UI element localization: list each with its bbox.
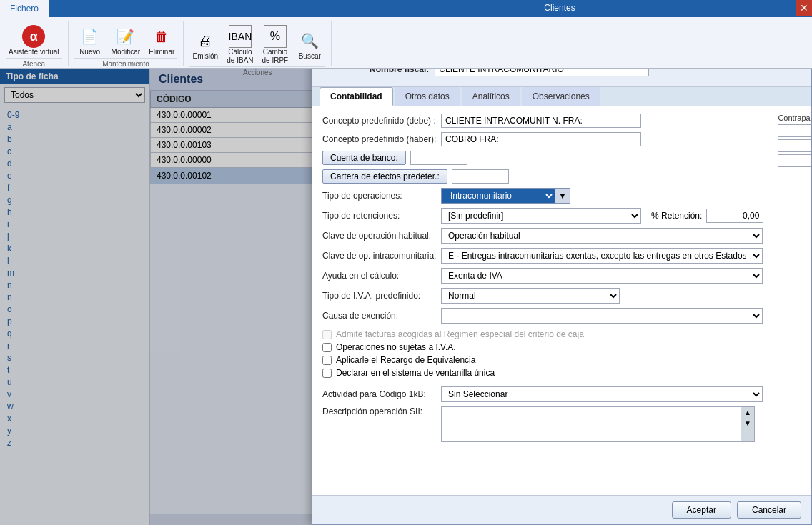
causa-exencion-label: Causa de exención: bbox=[322, 311, 437, 321]
cambio-irpf-button[interactable]: % Cambiode IRPF bbox=[259, 24, 292, 66]
contrapartida-row-3: ... ... bbox=[778, 154, 811, 167]
ayuda-calculo-select[interactable]: Exenta de IVA bbox=[441, 268, 763, 284]
declarar-ventanilla-checkbox[interactable] bbox=[322, 369, 332, 378]
clave-op-intra-label: Clave de op. intracomunitaria: bbox=[322, 251, 437, 261]
cuenta-banco-input[interactable] bbox=[410, 151, 467, 165]
contrapartida-row-1: ... ... bbox=[778, 124, 811, 137]
contrapartida-row-2: ... ... bbox=[778, 139, 811, 152]
buscar-button[interactable]: 🔍 Buscar bbox=[294, 28, 325, 62]
descripcion-sii-textarea[interactable] bbox=[441, 406, 741, 442]
tab-analiticos[interactable]: Analíticos bbox=[462, 87, 520, 106]
modal-footer: Aceptar Cancelar bbox=[312, 495, 811, 524]
modificar-button[interactable]: 📝 Modificar bbox=[109, 24, 144, 58]
contrapartidas-grid: ... ... ... ... ... ... bbox=[778, 124, 811, 167]
tab-content-contabilidad: Concepto predefinido (debe) : Concepto p… bbox=[312, 106, 811, 495]
contrapartida-input-1[interactable] bbox=[778, 124, 811, 137]
textarea-scroll-down[interactable]: ▼ bbox=[741, 418, 754, 429]
cambio-irpf-icon: % bbox=[264, 25, 287, 48]
tipo-operaciones-arrow[interactable]: ▼ bbox=[555, 188, 570, 204]
close-button[interactable]: ✕ bbox=[796, 0, 812, 16]
tipo-operaciones-select[interactable]: Intracomunitario bbox=[441, 188, 555, 204]
tab-fichero[interactable]: Fichero bbox=[0, 0, 49, 17]
aplicarle-recargo-label: Aplicarle el Recargo de Equivalencia bbox=[336, 355, 475, 365]
clave-operacion-select[interactable]: Operación habitual bbox=[441, 228, 763, 244]
ayuda-calculo-label: Ayuda en el cálculo: bbox=[322, 271, 437, 281]
actividad-1kb-label: Actividad para Código 1kB: bbox=[322, 389, 437, 399]
concepto-haber-input[interactable] bbox=[441, 132, 641, 146]
tipo-retenciones-label: Tipo de retenciones: bbox=[322, 211, 437, 221]
eliminar-button[interactable]: 🗑 Eliminar bbox=[146, 24, 177, 58]
tipo-iva-label: Tipo de I.V.A. predefinido: bbox=[322, 291, 437, 301]
cancel-button[interactable]: Cancelar bbox=[737, 501, 801, 519]
emision-icon: 🖨 bbox=[194, 29, 217, 52]
cartera-efectos-button[interactable]: Cartera de efectos predeter.: bbox=[322, 169, 447, 184]
admite-facturas-label: Admite facturas acogidas al Régimen espe… bbox=[336, 329, 584, 339]
emision-button[interactable]: 🖨 Emisión bbox=[189, 28, 221, 62]
contrapartidas-title: Contrapartidas (F10) bbox=[778, 114, 811, 122]
calculo-iban-button[interactable]: IBAN Cálculode IBAN bbox=[224, 24, 256, 66]
asistente-icon: α bbox=[22, 25, 45, 48]
calculo-iban-icon: IBAN bbox=[229, 25, 252, 48]
asistente-virtual-button[interactable]: α Asistente virtual bbox=[6, 24, 62, 58]
pct-retencion-label: % Retención: bbox=[651, 211, 702, 221]
contrapartida-input-2[interactable] bbox=[778, 139, 811, 152]
clave-op-intra-select[interactable]: E - Entregas intracomunitarias exentas, … bbox=[441, 248, 763, 264]
concepto-haber-label: Concepto predefinido (haber): bbox=[322, 134, 437, 144]
cuenta-banco-button[interactable]: Cuenta de banco: bbox=[322, 151, 406, 165]
modificar-icon: 📝 bbox=[114, 25, 137, 48]
declarar-ventanilla-label: Declarar en el sistema de ventanilla úni… bbox=[336, 368, 495, 378]
buscar-icon: 🔍 bbox=[298, 29, 321, 52]
tipo-operaciones-label: Tipo de operaciones: bbox=[322, 191, 437, 201]
window-title: Clientes bbox=[544, 3, 575, 13]
concepto-debe-label: Concepto predefinido (debe) : bbox=[322, 116, 437, 126]
modification-modal: Modificación de cliente Cuenta: bbox=[312, 0, 812, 525]
concepto-debe-input[interactable] bbox=[441, 114, 641, 128]
operaciones-no-sujetas-label: Operaciones no sujetas a I.V.A. bbox=[336, 342, 456, 352]
nuevo-icon: 📄 bbox=[79, 25, 102, 48]
contrapartida-input-3[interactable] bbox=[778, 154, 811, 167]
tipo-retenciones-select[interactable]: [Sin predefinir] bbox=[441, 208, 641, 224]
descripcion-sii-label: Descripción operación SII: bbox=[322, 406, 437, 416]
causa-exencion-select[interactable] bbox=[441, 308, 763, 324]
nuevo-button[interactable]: 📄 Nuevo bbox=[74, 24, 106, 58]
tipo-iva-select[interactable]: Normal bbox=[441, 288, 620, 304]
modal-overlay: Modificación de cliente Cuenta: bbox=[0, 0, 812, 525]
actividad-1kb-select[interactable]: Sin Seleccionar bbox=[441, 386, 763, 402]
cartera-efectos-input[interactable] bbox=[452, 169, 509, 184]
operaciones-no-sujetas-checkbox[interactable] bbox=[322, 343, 332, 352]
eliminar-icon: 🗑 bbox=[150, 25, 173, 48]
pct-retencion-input[interactable] bbox=[706, 209, 763, 223]
tab-contabilidad[interactable]: Contabilidad bbox=[320, 87, 393, 106]
textarea-scroll-up[interactable]: ▲ bbox=[741, 407, 754, 418]
tab-observaciones[interactable]: Observaciones bbox=[522, 87, 600, 106]
tab-otros-datos[interactable]: Otros datos bbox=[395, 87, 460, 106]
accept-button[interactable]: Aceptar bbox=[672, 501, 731, 519]
admite-facturas-checkbox bbox=[322, 330, 332, 339]
modal-tabs: Contabilidad Otros datos Analíticos Obse… bbox=[312, 87, 811, 106]
aplicarle-recargo-checkbox[interactable] bbox=[322, 356, 332, 365]
clave-operacion-label: Clave de operación habitual: bbox=[322, 231, 437, 241]
